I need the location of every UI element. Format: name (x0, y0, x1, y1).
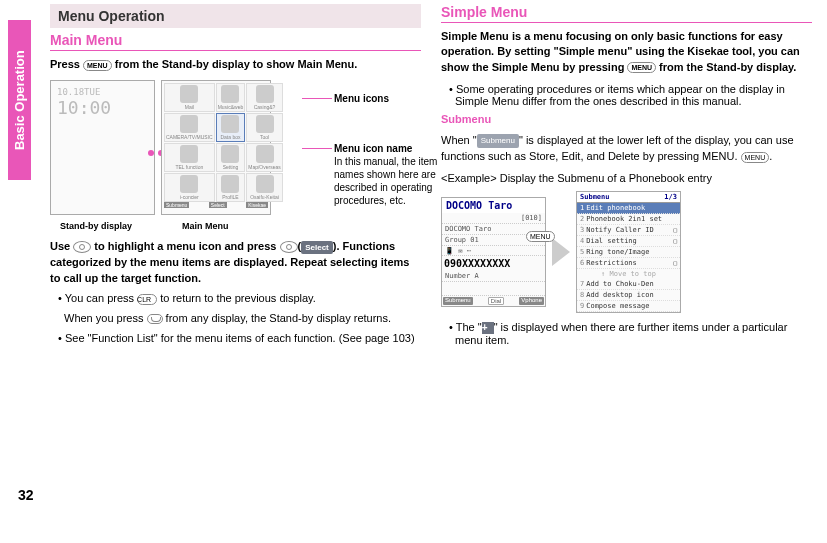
softkey-select: Select (209, 202, 227, 208)
menu-cell: Mail (164, 83, 215, 112)
bullet-home-return: When you press from any display, the Sta… (64, 311, 421, 327)
example-label: <Example> Display the Submenu of a Phone… (441, 171, 812, 187)
pb-memory: [010] (442, 213, 545, 224)
menu-key-icon: MENU (741, 152, 770, 163)
standby-display-illustration: 10.18TUE 10:00 (50, 80, 155, 215)
menu-cell: Tool (246, 113, 283, 142)
caption-standby: Stand-by display (60, 221, 132, 231)
bullet-simple-menu-note: Some operating procedures or items which… (449, 83, 812, 107)
heading-main-menu: Main Menu (50, 32, 421, 51)
softkey-kisekae: Kisekae (246, 202, 268, 208)
section-side-label: Basic Operation (8, 20, 31, 180)
phonebook-entry-illustration: DOCOMO Taro [010] DOCOMO Taro Group 01 📱… (441, 197, 546, 307)
standby-time: 10:00 (57, 97, 111, 118)
pb-softkey-submenu: Submenu (443, 297, 473, 305)
plus-expand-icon: + (482, 322, 494, 334)
submenu-item: 1Edit phonebook (577, 203, 680, 214)
submenu-screen-illustration: Submenu 1/3 1Edit phonebook2Phonebook 2i… (576, 191, 681, 313)
menu-cell: ProfiLE (216, 173, 246, 202)
use-instruction: Use to highlight a menu icon and press (… (50, 239, 421, 287)
pb-softkey-dial: Dial (488, 297, 504, 305)
page-number: 32 (18, 487, 34, 503)
home-key-icon (147, 314, 163, 324)
submenu-item: 6Restrictions□ (577, 258, 680, 269)
menu-cell: Setting (216, 143, 246, 172)
menu-key-icon: MENU (526, 231, 555, 242)
section-title-menu-operation: Menu Operation (50, 4, 421, 28)
pb-softkey-vphone: Vphone (519, 297, 544, 305)
center-key-icon (280, 241, 298, 253)
softkey-submenu: Submenu (164, 202, 189, 208)
callout-menu-icon-name: Menu icon name In this manual, the item … (334, 142, 449, 207)
menu-cell: Data box (216, 113, 246, 142)
menu-cell: i-concier (164, 173, 215, 202)
simple-menu-intro: Simple Menu is a menu focusing on only b… (441, 29, 812, 75)
submenu-item: 7Add to Choku-Den (577, 279, 680, 290)
pb-title: DOCOMO Taro (442, 198, 545, 213)
pb-field: Number A (442, 271, 545, 282)
heading-simple-menu: Simple Menu (441, 4, 812, 23)
main-menu-intro: Press MENU from the Stand-by display to … (50, 57, 421, 72)
main-menu-illustration: MailMusic&webCasing&?CAMERA/TV/MUSICData… (161, 80, 271, 215)
bullet-plus-icon-note: The "+" is displayed when there are furt… (449, 321, 812, 346)
bullet-function-list: See "Function List" for the menu items o… (58, 331, 421, 347)
transition-arrow-icon (552, 238, 570, 266)
menu-cell: Music&web (216, 83, 246, 112)
submenu-item: 5Ring tone/Image (577, 247, 680, 258)
heading-submenu: Submenu (441, 113, 812, 125)
menu-cell: Map/Overseas (246, 143, 283, 172)
bullet-clr-return: You can press CLR to return to the previ… (58, 291, 421, 307)
submenu-item: 4Dial setting□ (577, 236, 680, 247)
multi-selector-icon (73, 241, 91, 253)
callout-menu-icons: Menu icons (334, 92, 389, 105)
submenu-page: 1/3 (664, 193, 677, 201)
standby-date: 10.18TUE (57, 87, 100, 97)
submenu-item: 9Compose message (577, 301, 680, 312)
submenu-softkey-icon: Submenu (477, 134, 519, 148)
menu-cell: CAMERA/TV/MUSIC (164, 113, 215, 142)
submenu-title: Submenu (580, 193, 610, 201)
select-softkey-icon: Select (301, 241, 333, 255)
menu-key-icon: MENU (627, 62, 656, 73)
display-illustration-row: 10.18TUE 10:00 MailMusic&webCasing&?CAME… (50, 80, 421, 215)
caption-main-menu: Main Menu (182, 221, 229, 231)
pb-icons: 📱 ✉ ⋯ (442, 246, 545, 256)
pb-spacer (442, 282, 545, 296)
clr-key-icon: CLR (137, 294, 157, 305)
submenu-item: 2Phonebook 2in1 set (577, 214, 680, 225)
submenu-move-top: ↑ Move to top (577, 269, 680, 279)
submenu-item: 3Notify Caller ID□ (577, 225, 680, 236)
pb-number: 090XXXXXXXX (442, 256, 545, 271)
menu-cell: Osaifu-Keitai (246, 173, 283, 202)
menu-cell: Casing&? (246, 83, 283, 112)
menu-key-icon: MENU (83, 60, 112, 71)
submenu-description: When "Submenu" is displayed at the lower… (441, 133, 812, 165)
menu-cell: TEL function (164, 143, 215, 172)
submenu-item: 8Add desktop icon (577, 290, 680, 301)
